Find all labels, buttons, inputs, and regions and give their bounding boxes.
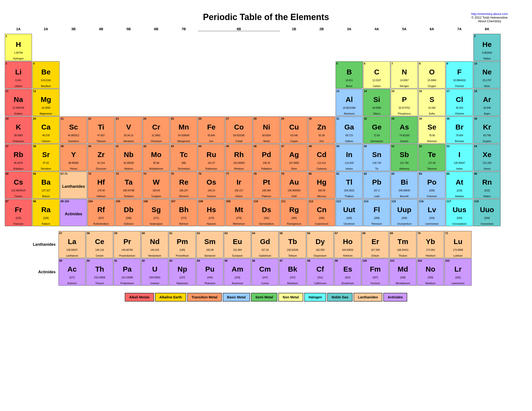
element-Ne[interactable]: 10 Ne 20.1797 Neon (474, 61, 501, 88)
element-Lv[interactable]: 116 Lv [293] Livermorium (418, 199, 446, 226)
element-Sg[interactable]: 106 Sg [271] Seaborgium (143, 199, 170, 226)
element-W[interactable]: 74 W 183.84 Tungsten (143, 172, 170, 199)
element-Zr[interactable]: 40 Zr 91.224 Zirconium (87, 144, 115, 171)
element-Uus[interactable]: 117 Uus [294] Ununseptium (446, 199, 473, 226)
element-I[interactable]: 53 I 126.90447 Iodine (446, 144, 473, 171)
element-Au[interactable]: 79 Au 196.966569 Gold (281, 172, 308, 199)
element-Cn[interactable]: 112 Cn [285] Copernicium (308, 199, 335, 226)
element-Ac[interactable]: 89 Ac [227] Actinium (58, 258, 86, 286)
element-Am[interactable]: 95 Am [243] Americium (224, 258, 251, 286)
element-Cs[interactable]: 55 Cs 132.9054519 Cesium (5, 172, 32, 199)
element-B[interactable]: 5 B 10.811 Boron (336, 61, 363, 88)
element-Uut[interactable]: 113 Uut [284] Ununtrium (336, 199, 363, 226)
element-No[interactable]: 102 No [259] Nobelium (417, 258, 444, 286)
element-Pb[interactable]: 82 Pb 207.2 Lead (363, 172, 390, 199)
element-U[interactable]: 92 U 238.02891 Uranium (141, 258, 168, 286)
element-Sm[interactable]: 62 Sm 150.36 Samarium (196, 231, 223, 258)
element-Pu[interactable]: 94 Pu [244] Plutonium (196, 258, 223, 286)
element-At[interactable]: 85 At [210] Astatine (446, 172, 473, 199)
element-Ni[interactable]: 28 Ni 58.6934 Nickel (253, 117, 280, 144)
element-Mo[interactable]: 42 Mo 95.96 Molybdenum (143, 144, 170, 171)
element-H[interactable]: 1 H 1.00794 Hydrogen (5, 34, 32, 61)
element-Er[interactable]: 68 Er 167.259 Erbium (362, 231, 389, 258)
element-K[interactable]: 19 K 39.0983 Potassium (5, 117, 32, 144)
element-Rh[interactable]: 45 Rh 102.90550 Rhodium (225, 144, 252, 171)
element-Pm[interactable]: 61 Pm [145] Promethium (169, 231, 196, 258)
element-Po[interactable]: 84 Po [209] Polonium (418, 172, 446, 199)
element-Sc[interactable]: 21 Sc 44.955912 Scandium (60, 117, 87, 144)
element-Es[interactable]: 99 Es [252] Einsteinium (334, 258, 361, 286)
element-Gd[interactable]: 64 Gd 157.25 Gadolinium (251, 231, 279, 258)
element-Fr[interactable]: 87 Fr [223] Francium (5, 199, 32, 226)
element-Se[interactable]: 34 Se 78.96 Selenium (418, 117, 446, 144)
element-Ds[interactable]: 110 Ds [281] Darmstadtium (253, 199, 280, 226)
element-P[interactable]: 15 P 30.973762 Phosphorus (391, 89, 418, 116)
element-Bh[interactable]: 107 Bh [272] Bohrium (170, 199, 197, 226)
element-Bi[interactable]: 83 Bi 208.98040 Bismuth (391, 172, 418, 199)
element-Ag[interactable]: 47 Ag 107.8682 Silver (281, 144, 308, 171)
element-Sn[interactable]: 50 Sn 118.710 Tin (363, 144, 390, 171)
element-Rg[interactable]: 111 Rg [280] Roentgenium (281, 199, 308, 226)
element-Lr[interactable]: 103 Lr [262] Lawrencium (445, 258, 472, 286)
element-Th[interactable]: 90 Th 232.03806 Thorium (86, 258, 113, 286)
element-Kr[interactable]: 36 Kr 83.798 Krypton (474, 117, 501, 144)
element-Np[interactable]: 93 Np [237] Neptunium (169, 258, 196, 286)
element-Os[interactable]: 76 Os 190.23 Osmium (198, 172, 225, 199)
element-Ga[interactable]: 31 Ga 69.723 Gallium (336, 117, 363, 144)
element-Pa[interactable]: 91 Pa 231.03588 Protactinium (114, 258, 141, 286)
element-Cl[interactable]: 17 Cl 35.453 Chlorine (446, 89, 473, 116)
element-Ho[interactable]: 67 Ho 164.93032 Holmium (334, 231, 361, 258)
element-C[interactable]: 6 C 12.0107 Carbon (363, 61, 390, 88)
element-Cm[interactable]: 96 Cm [247] Curium (251, 258, 279, 286)
element-Tm[interactable]: 69 Tm 168.93421 Thulium (389, 231, 416, 258)
element-Pd[interactable]: 46 Pd 106.42 Palladium (253, 144, 280, 171)
element-Pr[interactable]: 59 Pr 140.90765 Praseodymium (114, 231, 141, 258)
element-Eu[interactable]: 63 Eu 151.964 Europium (224, 231, 251, 258)
element-Co[interactable]: 27 Co 58.933195 Cobalt (225, 117, 252, 144)
element-Cu[interactable]: 29 Cu 63.546 Copper (281, 117, 308, 144)
element-Rn[interactable]: 86 Rn [222] Radon (474, 172, 501, 199)
element-Br[interactable]: 35 Br 79.904 Bromine (446, 117, 473, 144)
element-*[interactable]: 57-71 Lanthanides (60, 172, 87, 199)
element-Ca[interactable]: 20 Ca 40.078 Calcium (32, 117, 59, 144)
element-Yb[interactable]: 70 Yb 173.054 Ytterbium (417, 231, 444, 258)
element-Ta[interactable]: 73 Ta 180.94788 Tantalum (115, 172, 142, 199)
element-As[interactable]: 33 As 74.92160 Arsenic (391, 117, 418, 144)
element-Cf[interactable]: 98 Cf [251] Californium (307, 258, 334, 286)
element-Rb[interactable]: 37 Rb 85.4678 Rubidium (5, 144, 32, 171)
element-V[interactable]: 23 V 50.94.15 Vanadium (115, 117, 142, 144)
element-Cr[interactable]: 24 Cr 51.9961 Chromium (143, 117, 170, 144)
element-Ir[interactable]: 77 Ir 192.217 Iridium (225, 172, 252, 199)
element-Pt[interactable]: 78 Pt 195.084 Platinum (253, 172, 280, 199)
element-Ru[interactable]: 44 Ru 101.07 Ruthenium (198, 144, 225, 171)
element-Mn[interactable]: 25 Mn 54.938045 Manganese (170, 117, 197, 144)
element-Mt[interactable]: 109 Mt [276] Meitnerium (225, 199, 252, 226)
element-Mg[interactable]: 12 Mg 24.3050 Magnesium (32, 89, 59, 116)
element-Al[interactable]: 13 Al 26.9815386 Aluminum (336, 89, 363, 116)
element-Hg[interactable]: 80 Hg 200.59 Mercury (308, 172, 335, 199)
element-N[interactable]: 7 N 14.0067 Nitrogen (391, 61, 418, 88)
element-Hs[interactable]: 108 Hs [270] Hassium (198, 199, 225, 226)
element-Ar[interactable]: 18 Ar 39.948 Argon (474, 89, 501, 116)
element-Cd[interactable]: 48 Cd 112.411 Cadmium (308, 144, 335, 171)
element-Tc[interactable]: 43 Tc [98] Technetium (170, 144, 197, 171)
credit-url[interactable]: http://chemistry.about.com (471, 12, 508, 16)
element-He[interactable]: 2 He 4.002602 Helium (474, 34, 501, 61)
element-Ti[interactable]: 22 Ti 47.867 Titanium (87, 117, 115, 144)
element-Bk[interactable]: 97 Bk [247] Berkelium (279, 258, 306, 286)
element-Lu[interactable]: 71 Lu 174.9668 Lutetium (445, 231, 472, 258)
element-F[interactable]: 9 F 18.9984032 Fluorine (446, 61, 473, 88)
element-Re[interactable]: 75 Re 186.207 Rhenium (170, 172, 197, 199)
element-Md[interactable]: 101 Md [258] Mendelevium (389, 258, 416, 286)
element-Sb[interactable]: 51 Sb 121.760 Antimony (391, 144, 418, 171)
element-Dy[interactable]: 66 Dy 162.500 Dysprosium (307, 231, 334, 258)
element-Hf[interactable]: 72 Hf 178.49 Hafnium (87, 172, 115, 199)
element-**[interactable]: 89-103 Actinides (60, 199, 87, 226)
element-Fe[interactable]: 26 Fe 55.845 Iron (198, 117, 225, 144)
element-Fm[interactable]: 100 Fm [257] Fermium (362, 258, 389, 286)
element-Ba[interactable]: 56 Ba 137.327 Barium (32, 172, 59, 199)
element-Sr[interactable]: 38 Sr 87.62 Strontium (32, 144, 59, 171)
element-Li[interactable]: 3 Li 6.941 Lithium (5, 61, 32, 88)
element-In[interactable]: 49 In 114.818 Indium (336, 144, 363, 171)
element-Fl[interactable]: 114 Fl [289] Flerovium (363, 199, 390, 226)
